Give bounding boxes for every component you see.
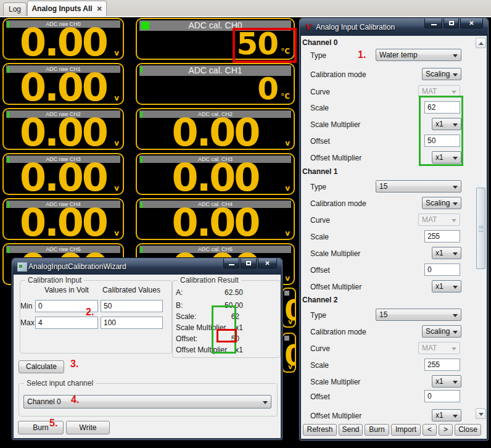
panel-value: 0.00 [4,160,123,194]
calculate-button[interactable]: Calculate [19,360,64,373]
calibration-titlebar[interactable]: V Analog Input Calibration ✕ [300,19,488,36]
refresh-button[interactable]: Refresh [303,424,337,436]
ch2-type-select[interactable]: 15 [376,309,461,321]
scale-multiplier-label: Scale Multiplier [310,120,360,129]
panel-unit: v [114,229,119,238]
ch2-offset-input[interactable] [424,390,460,402]
burn-button[interactable]: Burn [365,424,389,436]
ch1-curve-select: MAT [418,214,460,226]
wizard-client: Calibration Input Values in Volt Calibra… [14,275,281,438]
status-led-icon [7,202,9,208]
ch1-calibration-mode-select[interactable]: Scaling [422,197,461,209]
annotation-step-4: 4. [71,394,79,405]
col-volt-header: Values in Volt [35,286,98,294]
chevron-down-icon [452,91,456,94]
status-led-icon [7,247,9,253]
app-screen: Log Analog Inputs All ✕ ADC raw CH0 0.00… [0,0,491,448]
ch2-scale-multiplier-select[interactable]: x1 [432,375,461,388]
annotation-step-1: 1. [358,49,366,60]
ch0-type-value: Water temp [379,51,418,59]
next-button[interactable]: > [439,424,453,436]
max-cal-input[interactable] [101,317,163,329]
chevron-down-icon [453,54,458,57]
tab-log[interactable]: Log [3,2,27,16]
chevron-down-icon [453,314,458,317]
wizard-title: AnalogInputCalibrationWizard [28,262,126,271]
annotation-green-box-channel0 [419,96,463,166]
ch1-type-value: 15 [379,182,387,191]
channel-2-header: Channel 2 [302,296,337,304]
ch2-calibration-mode-select[interactable]: Scaling [422,325,461,338]
panel-partial-1: 0 v [282,288,296,328]
panel-adc-cal-ch2: ADC cal. CH2 0.00 v [136,108,295,150]
channel-select[interactable]: Channel 0 [23,395,271,409]
curve-label: Curve [310,216,330,225]
type-label: Type [310,183,326,191]
wizard-titlebar[interactable]: AnalogInputCalibrationWizard ✕ [12,259,282,275]
ch2-type-value: 15 [379,310,387,319]
offset-label: Offset [310,137,330,146]
ch1-offset-multiplier-select[interactable]: x1 [432,280,461,292]
minimize-button[interactable] [424,19,442,28]
close-button[interactable]: ✕ [258,259,277,268]
result-b-label: B: [176,301,183,310]
panel-unit: v [114,139,119,147]
scroll-up-button[interactable] [476,38,486,48]
write-button[interactable]: Write [66,421,110,434]
tab-analog-inputs-all[interactable]: Analog Inputs All ✕ [27,1,107,16]
panel-value: 0.00 [4,205,123,239]
offset-multiplier-label: Offset Multiplier [310,154,361,162]
chevron-down-icon [452,347,456,351]
status-led-icon [141,112,142,118]
ch2-offset-multiplier-select[interactable]: x1 [432,409,461,421]
panel-value: 0.00 [4,70,123,104]
prev-button[interactable]: < [423,424,437,436]
panel-adc-cal-ch3: ADC cal. CH3 0.00 v [136,153,295,195]
minimize-button[interactable] [223,259,239,268]
type-label: Type [310,51,326,60]
grip-icon [479,226,484,231]
ch0-calibration-mode-select[interactable]: Scaling [422,68,461,80]
ch0-type-select[interactable]: Water temp [376,49,461,61]
chevron-down-icon [263,401,268,404]
status-led-icon [7,112,9,118]
ch1-offset-multiplier-value: x1 [435,282,444,291]
ch2-calibration-mode-value: Scaling [426,327,450,336]
chevron-down-icon [453,186,458,189]
min-cal-input[interactable] [101,300,163,312]
ch1-offset-input[interactable] [424,263,460,276]
type-label: Type [310,311,326,320]
scrollbar[interactable] [476,38,486,419]
min-label: Min [20,302,32,310]
ch1-scale-multiplier-value: x1 [435,249,444,257]
chevron-down-icon [453,381,458,384]
panel-value: 0.00 [137,115,294,149]
calibration-result-title: Calibration Result [178,276,241,284]
close-button[interactable]: ✕ [460,19,483,28]
channel-select-value: Channel 0 [27,397,61,406]
max-volt-input[interactable] [35,317,98,329]
panel-adc-raw-ch4: ADC raw CH4 0.00 v [2,198,124,240]
scale-multiplier-label: Scale Multiplier [310,378,360,386]
panel-adc-cal-ch1: ADC cal. CH1 0 °C [136,63,295,105]
maximize-button[interactable] [444,19,459,28]
chevron-down-icon [453,202,458,205]
scroll-down-button[interactable] [476,409,486,419]
panel-adc-cal-ch4: ADC cal. CH4 0.00 v [136,198,295,240]
ch1-scale-multiplier-select[interactable]: x1 [432,247,461,259]
send-button[interactable]: Send [339,424,363,436]
maximize-button[interactable] [241,259,257,268]
ch1-scale-input[interactable] [424,230,460,243]
ch2-scale-input[interactable] [424,359,460,371]
panel-unit: v [288,318,292,326]
tab-close-icon[interactable]: ✕ [96,4,103,13]
minimize-icon [431,24,437,25]
close-button[interactable]: Close [455,424,481,436]
offset-label: Offset [310,266,330,275]
ch2-offset-multiplier-value: x1 [435,411,444,420]
panel-adc-raw-ch2: ADC raw CH2 0.00 v [2,108,124,150]
ch1-type-select[interactable]: 15 [376,180,461,193]
import-button[interactable]: Import [391,424,421,436]
ch2-scale-multiplier-value: x1 [435,377,444,386]
scrollbar-thumb[interactable] [476,188,485,269]
